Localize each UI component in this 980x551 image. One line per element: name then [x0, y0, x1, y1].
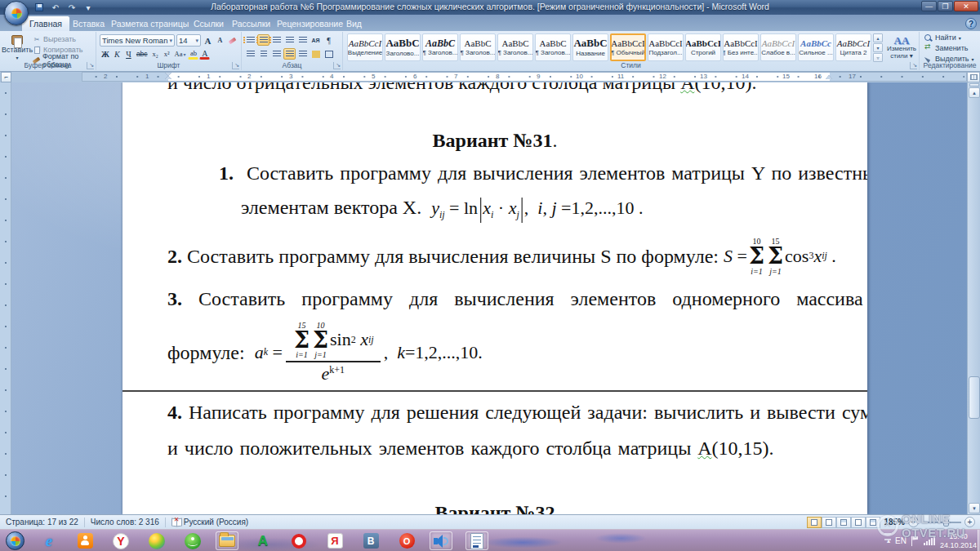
strikethrough-button[interactable]: abc	[135, 48, 149, 60]
style-card[interactable]: AaBbCcIСлабое в...	[760, 33, 796, 61]
word-count[interactable]: Число слов: 2 316	[85, 515, 165, 529]
help-icon[interactable]: ?	[965, 18, 977, 29]
network-signal-icon[interactable]	[924, 536, 935, 545]
taskbar-connection-app[interactable]	[181, 531, 204, 550]
right-indent-marker[interactable]	[826, 75, 832, 79]
taskbar-red-app[interactable]: O	[395, 531, 418, 550]
bold-button[interactable]: Ж	[100, 48, 111, 60]
align-right-button[interactable]	[270, 48, 283, 60]
line-spacing-button[interactable]	[296, 48, 309, 60]
font-size-combo[interactable]: 14▾	[176, 34, 201, 47]
decrease-indent-button[interactable]	[283, 34, 296, 46]
zoom-in-button[interactable]: +	[964, 517, 975, 527]
close-button[interactable]: ✕	[954, 1, 978, 11]
underline-button[interactable]: Ч	[123, 48, 134, 60]
taskbar-vkontakte[interactable]: В	[359, 531, 382, 550]
gallery-up-button[interactable]: ▴	[873, 33, 883, 42]
numbering-button[interactable]	[257, 34, 270, 46]
taskbar-yandex[interactable]: Я	[323, 531, 346, 550]
style-card[interactable]: AaBbCcI¶ Без инте...	[723, 33, 759, 61]
style-card[interactable]: AaBbCcIПодзагол...	[648, 33, 684, 61]
qat-customize-button[interactable]: ▾	[82, 2, 95, 13]
taskbar-sphere-app[interactable]	[145, 531, 168, 550]
page-indicator[interactable]: Страница: 17 из 22	[0, 515, 84, 529]
superscript-button[interactable]: x²	[162, 48, 172, 60]
font-family-combo[interactable]: Times New Roman▾	[100, 34, 175, 47]
scroll-down-button[interactable]: ▼	[969, 503, 980, 513]
vertical-ruler[interactable]	[0, 82, 11, 514]
style-card[interactable]: AaBbCcIВыделение	[347, 33, 383, 61]
web-layout-button[interactable]	[836, 517, 851, 528]
indent-markers[interactable]	[163, 73, 173, 81]
ruler-toggle-button[interactable]	[967, 72, 980, 82]
style-card[interactable]: AaBbCЗаголово...	[385, 33, 421, 61]
taskbar-aimp[interactable]: A	[252, 531, 274, 550]
hanging-indent-marker[interactable]	[165, 76, 172, 79]
bullets-button[interactable]	[244, 34, 256, 46]
style-card[interactable]: AaBbC¶ Заголов...	[422, 33, 458, 61]
style-card[interactable]: AaBbCНазвание	[572, 33, 608, 61]
multilevel-list-button[interactable]	[270, 34, 283, 46]
horizontal-ruler[interactable]: 2 1 1 2 3 4 5 6 7 8 9 10 11 12 13 14 15 …	[82, 72, 967, 82]
find-button[interactable]: Найти ▾	[924, 33, 980, 42]
redo-button[interactable]: ↷	[65, 2, 78, 13]
replace-button[interactable]: Заменить	[924, 43, 980, 53]
undo-button[interactable]: ↶	[49, 2, 62, 13]
dialog-launcher-icon[interactable]: ↘	[910, 62, 917, 69]
change-styles-button[interactable]: АА Изменить стили ▾	[886, 33, 917, 61]
office-button[interactable]	[4, 1, 29, 25]
document-page[interactable]: и число отрицательных элементов каждого …	[122, 82, 867, 514]
shrink-font-button[interactable]: А	[215, 35, 225, 47]
shading-button[interactable]	[310, 48, 322, 60]
tab-view[interactable]: Вид	[339, 16, 369, 31]
dialog-launcher-icon[interactable]: ↘	[232, 62, 239, 69]
style-card[interactable]: AaBbCcIЦитата 2	[835, 33, 871, 61]
zoom-slider-thumb[interactable]	[943, 518, 949, 527]
cut-button[interactable]: ✂ Вырезать	[33, 34, 96, 44]
taskbar-volume-app[interactable]	[430, 531, 452, 550]
outline-button[interactable]	[851, 517, 866, 528]
gallery-down-button[interactable]: ▾	[873, 43, 883, 52]
tray-clock[interactable]: 15:40 24.10.2014	[940, 532, 977, 550]
maximize-button[interactable]: ❐	[938, 1, 953, 11]
tab-home[interactable]: Главная	[21, 16, 70, 31]
taskbar-odnoklassniki[interactable]	[74, 531, 96, 550]
print-layout-button[interactable]	[807, 517, 822, 528]
highlight-button[interactable]: ab	[188, 48, 198, 60]
grow-font-button[interactable]: А	[203, 35, 213, 47]
style-card[interactable]: AaBbCcСильное ...	[798, 33, 834, 61]
vertical-scrollbar[interactable]: ▲ ▼	[967, 82, 980, 514]
zoom-level[interactable]: 185%	[884, 518, 905, 527]
action-center-flag-icon[interactable]	[911, 536, 919, 546]
show-marks-button[interactable]: ¶	[323, 34, 335, 46]
start-button[interactable]	[3, 531, 26, 550]
spellcheck-status[interactable]: ✕ Русский (Россия)	[166, 515, 254, 529]
clear-formatting-button[interactable]	[227, 35, 238, 47]
increase-indent-button[interactable]	[296, 34, 309, 46]
dialog-launcher-icon[interactable]: ↘	[333, 62, 341, 69]
paste-button[interactable]: Вставить ▾	[3, 33, 31, 61]
language-indicator[interactable]: EN	[895, 536, 906, 545]
justify-button[interactable]	[283, 48, 296, 60]
zoom-slider[interactable]	[922, 522, 961, 523]
align-left-button[interactable]	[244, 48, 256, 60]
save-button[interactable]	[33, 2, 46, 13]
taskbar-file-manager[interactable]	[216, 531, 238, 550]
split-handle[interactable]	[969, 83, 979, 87]
taskbar-internet-explorer[interactable]: e	[38, 531, 60, 550]
style-card[interactable]: AaBbC¶ Заголов...	[460, 33, 496, 61]
scroll-up-button[interactable]: ▲	[969, 87, 980, 98]
scrollbar-thumb[interactable]	[969, 376, 980, 419]
taskbar-word[interactable]	[466, 531, 488, 550]
draft-button[interactable]	[866, 517, 880, 528]
style-card[interactable]: AaBbC¶ Заголов...	[535, 33, 571, 61]
taskbar-opera[interactable]	[287, 531, 310, 550]
sort-button[interactable]: АЯ	[310, 34, 322, 46]
align-center-button[interactable]	[257, 48, 270, 60]
taskbar-yandex-browser[interactable]: Y	[109, 531, 132, 550]
borders-button[interactable]	[323, 48, 335, 60]
fullscreen-reading-button[interactable]	[822, 517, 836, 528]
zoom-out-button[interactable]: −	[908, 517, 919, 527]
style-card-selected[interactable]: AaBbCcI¶ Обычный	[610, 33, 646, 61]
style-card[interactable]: AaBbCcIСтрогий	[685, 33, 721, 61]
